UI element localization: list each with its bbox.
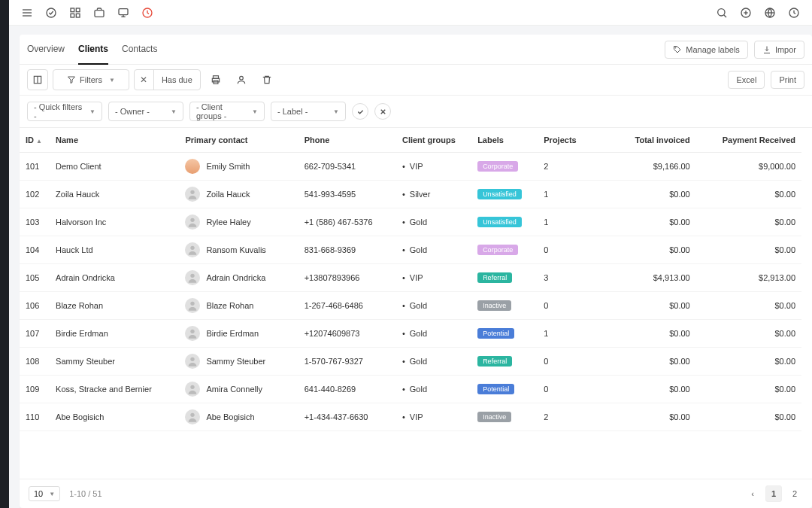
table-row[interactable]: 103Halvorson IncRylee Haley+1 (586) 467-… (20, 208, 801, 236)
avatar (185, 382, 200, 397)
print-icon-button[interactable] (205, 69, 226, 90)
owner-label: - Owner - (115, 107, 150, 116)
prev-page-button[interactable]: ‹ (744, 485, 761, 502)
svg-rect-8 (95, 10, 104, 17)
page-2-button[interactable]: 2 (786, 485, 803, 502)
table-row[interactable]: 109Koss, Stracke and BernierAmira Connel… (20, 376, 801, 403)
quick-filters-dropdown[interactable]: - Quick filters -▼ (27, 102, 102, 121)
svg-point-33 (191, 246, 195, 250)
cell-invoiced: $0.00 (590, 376, 695, 403)
client-groups-dropdown[interactable]: - Client groups -▼ (189, 102, 265, 121)
cell-contact: Ransom Kuvalis (179, 236, 298, 264)
col-contact[interactable]: Primary contact (179, 128, 298, 153)
cell-phone: +13807893966 (298, 264, 396, 292)
filter-chip-has-due: ✕ Has due (134, 69, 201, 90)
cell-label: Corporate (471, 236, 538, 264)
label-badge: Corporate (477, 161, 518, 172)
check-circle-icon[interactable] (45, 7, 57, 19)
cell-invoiced: $0.00 (590, 320, 695, 348)
svg-point-37 (191, 357, 195, 361)
columns-button[interactable] (27, 69, 48, 90)
cell-contact: Blaze Rohan (179, 292, 298, 320)
grid-icon[interactable] (69, 7, 81, 19)
manage-labels-button[interactable]: Manage labels (665, 41, 748, 59)
page-1-button[interactable]: 1 (765, 485, 782, 502)
label-badge: Corporate (477, 245, 518, 255)
globe-icon[interactable] (764, 7, 776, 19)
import-button[interactable]: Impor (754, 41, 804, 59)
excel-label: Excel (736, 75, 756, 84)
excel-button[interactable]: Excel (728, 71, 765, 89)
cell-id: 105 (20, 264, 50, 292)
cell-name: Hauck Ltd (50, 236, 179, 264)
svg-line-14 (724, 14, 726, 17)
chevron-down-icon: ▼ (171, 108, 177, 115)
print-button[interactable]: Print (771, 71, 804, 89)
label-badge: Referral (477, 356, 512, 367)
cell-invoiced: $0.00 (590, 348, 695, 376)
table-row[interactable]: 110Abe BogisichAbe Bogisich+1-434-437-66… (20, 403, 801, 431)
table-row[interactable]: 108Sammy SteuberSammy Steuber1-570-767-9… (20, 348, 801, 376)
cell-id: 108 (20, 348, 50, 376)
label-dropdown[interactable]: - Label -▼ (271, 102, 346, 121)
col-id[interactable]: ID▲ (20, 128, 50, 153)
sidebar-collapsed (0, 0, 9, 508)
col-projects[interactable]: Projects (538, 128, 590, 153)
menu-icon[interactable] (21, 7, 33, 19)
user-icon-button[interactable] (231, 69, 252, 90)
cell-projects: 0 (538, 376, 590, 403)
cell-name: Koss, Stracke and Bernier (50, 376, 179, 403)
svg-rect-7 (76, 14, 80, 17)
table-row[interactable]: 106Blaze RohanBlaze Rohan1-267-468-6486G… (20, 292, 801, 320)
cell-contact: Abe Bogisich (179, 403, 298, 431)
table-row[interactable]: 102Zoila HauckZoila Hauck541-993-4595Sil… (20, 181, 801, 208)
clear-filter-button[interactable]: ✕ (135, 70, 154, 90)
tab-overview[interactable]: Overview (27, 35, 65, 64)
monitor-icon[interactable] (117, 7, 129, 19)
tab-clients[interactable]: Clients (78, 35, 108, 65)
filters-button[interactable]: Filters ▼ (53, 69, 129, 90)
cell-contact: Rylee Haley (179, 208, 298, 236)
cell-contact: Adrain Ondricka (179, 264, 298, 292)
svg-rect-4 (71, 8, 74, 12)
page-size-select[interactable]: 10▼ (29, 486, 60, 501)
sort-asc-icon: ▲ (36, 138, 42, 144)
table-row[interactable]: 101Demo ClientEmily Smith662-709-5341VIP… (20, 153, 801, 181)
cell-projects: 0 (538, 292, 590, 320)
cell-id: 104 (20, 236, 50, 264)
briefcase-icon[interactable] (93, 7, 105, 19)
clear-filters-button[interactable] (374, 103, 391, 120)
search-icon[interactable] (716, 7, 728, 19)
quick-filters-label: - Quick filters - (34, 102, 86, 120)
col-groups[interactable]: Client groups (396, 128, 471, 153)
table-row[interactable]: 105Adrain OndrickaAdrain Ondricka+138078… (20, 264, 801, 292)
cell-id: 106 (20, 292, 50, 320)
cell-contact: Birdie Erdman (179, 320, 298, 348)
cell-name: Adrain Ondricka (50, 264, 179, 292)
clock-alert-icon[interactable] (141, 7, 153, 19)
svg-point-32 (191, 218, 195, 222)
plus-circle-icon[interactable] (740, 7, 752, 19)
table-row[interactable]: 104Hauck LtdRansom Kuvalis831-668-9369Go… (20, 236, 801, 264)
col-invoiced[interactable]: Total invoiced (590, 128, 695, 153)
cell-group: Silver (396, 181, 471, 208)
cell-projects: 1 (538, 181, 590, 208)
cell-invoiced: $0.00 (590, 208, 695, 236)
cell-invoiced: $0.00 (590, 181, 695, 208)
col-phone[interactable]: Phone (298, 128, 396, 153)
cell-invoiced: $0.00 (590, 236, 695, 264)
history-icon[interactable] (788, 7, 800, 19)
cell-phone: 662-709-5341 (298, 153, 396, 181)
owner-dropdown[interactable]: - Owner -▼ (108, 102, 183, 121)
table-row[interactable]: 107Birdie ErdmanBirdie Erdman+1207460987… (20, 320, 801, 348)
cell-label: Potential (471, 376, 538, 403)
apply-filter-button[interactable] (352, 103, 368, 120)
tab-contacts[interactable]: Contacts (122, 35, 157, 64)
trash-icon-button[interactable] (256, 69, 277, 90)
col-name[interactable]: Name (50, 128, 179, 153)
cell-group: VIP (396, 153, 471, 181)
col-labels[interactable]: Labels (471, 128, 538, 153)
cell-name: Sammy Steuber (50, 348, 179, 376)
cell-projects: 2 (538, 153, 590, 181)
col-payment[interactable]: Payment Received (696, 128, 801, 153)
